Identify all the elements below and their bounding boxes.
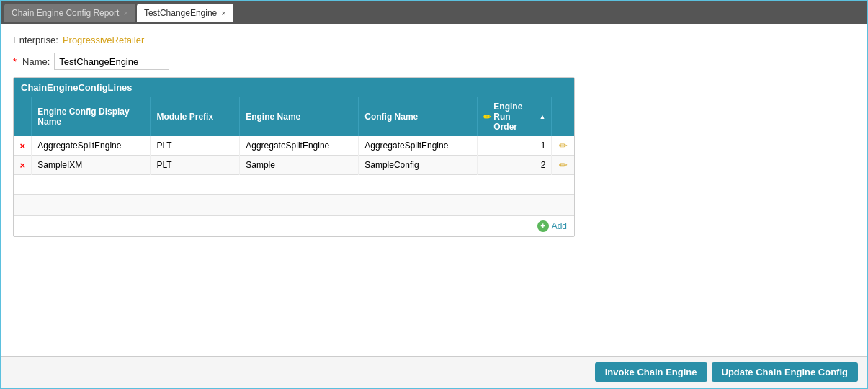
config-name-cell-1: AggregateSplitEngine: [359, 136, 478, 156]
add-row: + Add: [14, 215, 574, 236]
chain-engine-config-lines-panel: ChainEngineConfigLines Engine Config Dis…: [13, 77, 575, 237]
pencil-header-icon: ✏: [483, 112, 491, 122]
engine-name-cell-2: Sample: [240, 156, 359, 175]
add-label: Add: [552, 221, 567, 231]
section-title: ChainEngineConfigLines: [14, 78, 574, 97]
enterprise-row: Enterprise: ProgressiveRetailer: [13, 35, 855, 45]
config-name-cell-2: SampleConfig: [359, 156, 478, 175]
name-input[interactable]: [54, 53, 169, 70]
delete-button-2[interactable]: ×: [19, 160, 25, 171]
edit-button-1[interactable]: ✏: [559, 140, 568, 151]
col-header-run-order: ✏ Engine Run Order ▲: [478, 97, 552, 136]
tab-test-change-engine[interactable]: TestChangeEngine ×: [137, 4, 233, 22]
delete-button-1[interactable]: ×: [19, 140, 25, 151]
tab-close-icon[interactable]: ×: [123, 9, 127, 17]
empty-row-2: [14, 195, 574, 215]
tab-bar: Chain Engine Config Report × TestChangeE…: [1, 1, 867, 24]
enterprise-value[interactable]: ProgressiveRetailer: [63, 35, 144, 45]
sort-asc-icon: ▲: [540, 113, 546, 120]
col-header-config-name: Config Name: [359, 97, 478, 136]
col-header-module-prefix: Module Prefix: [151, 97, 240, 136]
name-label: Name:: [22, 56, 50, 67]
col-header-edit: [552, 97, 574, 136]
table-row: × AggregateSplitEngine PLT AggregateSpli…: [14, 136, 574, 156]
delete-cell-2: ×: [14, 156, 32, 175]
module-prefix-cell-1: PLT: [151, 136, 240, 156]
bottom-bar: Invoke Chain Engine Update Chain Engine …: [1, 356, 867, 388]
config-lines-table: Engine Config Display Name Module Prefix…: [14, 97, 574, 215]
col-header-delete: [14, 97, 32, 136]
update-chain-engine-config-button[interactable]: Update Chain Engine Config: [712, 362, 859, 382]
invoke-chain-engine-button[interactable]: Invoke Chain Engine: [595, 362, 707, 382]
name-row: * Name:: [13, 53, 855, 70]
engine-name-cell-1: AggregateSplitEngine: [240, 136, 359, 156]
tab-chain-engine-config-report[interactable]: Chain Engine Config Report ×: [4, 4, 135, 22]
tab-label: TestChangeEngine: [144, 8, 217, 18]
tab-close-icon[interactable]: ×: [221, 9, 225, 17]
display-name-cell-2: SampleIXM: [32, 156, 151, 175]
delete-cell-1: ×: [14, 136, 32, 156]
required-star: *: [13, 56, 17, 67]
col-header-engine-name: Engine Name: [240, 97, 359, 136]
edit-cell-1: ✏: [552, 136, 574, 156]
table-row: × SampleIXM PLT Sample SampleConfig 2 ✏: [14, 156, 574, 175]
empty-row-1: [14, 175, 574, 195]
display-name-cell-1: AggregateSplitEngine: [32, 136, 151, 156]
add-circle-icon: +: [537, 220, 549, 232]
col-header-display-name: Engine Config Display Name: [32, 97, 151, 136]
edit-cell-2: ✏: [552, 156, 574, 175]
tab-label: Chain Engine Config Report: [12, 8, 119, 18]
table-header-row: Engine Config Display Name Module Prefix…: [14, 97, 574, 136]
content-area: Enterprise: ProgressiveRetailer * Name: …: [1, 24, 867, 247]
add-link[interactable]: + Add: [537, 220, 567, 232]
spacer: [1, 247, 867, 356]
main-container: Chain Engine Config Report × TestChangeE…: [0, 0, 868, 389]
run-order-cell-2: 2: [478, 156, 552, 175]
run-order-cell-1: 1: [478, 136, 552, 156]
enterprise-label: Enterprise:: [13, 35, 58, 45]
table-body: × AggregateSplitEngine PLT AggregateSpli…: [14, 136, 574, 215]
edit-button-2[interactable]: ✏: [559, 159, 568, 171]
module-prefix-cell-2: PLT: [151, 156, 240, 175]
